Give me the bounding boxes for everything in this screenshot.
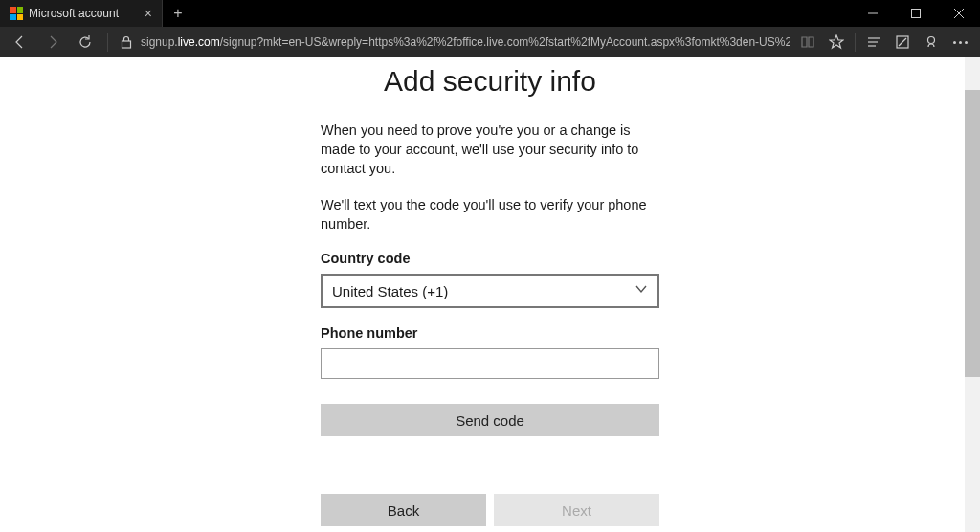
web-notes-icon[interactable] bbox=[888, 27, 917, 57]
country-code-select[interactable]: United States (+1) bbox=[321, 274, 659, 308]
more-icon[interactable] bbox=[946, 27, 974, 57]
tab-title: Microsoft account bbox=[29, 7, 139, 20]
url-domain: live.com bbox=[178, 35, 220, 49]
browser-titlebar: Microsoft account × + bbox=[0, 0, 980, 27]
url-path: /signup?mkt=en-US&wreply=https%3a%2f%2fo… bbox=[220, 35, 790, 49]
country-code-value: United States (+1) bbox=[332, 283, 448, 299]
microsoft-logo-icon bbox=[10, 7, 23, 20]
page-heading: Add security info bbox=[321, 65, 659, 98]
favorite-icon[interactable] bbox=[822, 27, 851, 57]
svg-marker-5 bbox=[830, 35, 843, 48]
browser-tab[interactable]: Microsoft account × bbox=[0, 0, 163, 27]
close-tab-icon[interactable]: × bbox=[145, 7, 152, 20]
scrollbar-thumb[interactable] bbox=[965, 90, 980, 377]
phone-number-input[interactable] bbox=[321, 348, 659, 379]
svg-rect-4 bbox=[122, 41, 131, 48]
back-page-button[interactable]: Back bbox=[321, 494, 486, 526]
window-close-button[interactable] bbox=[937, 0, 980, 27]
refresh-button[interactable] bbox=[71, 27, 100, 57]
reading-view-icon[interactable] bbox=[793, 27, 822, 57]
back-button[interactable] bbox=[6, 27, 34, 57]
address-bar[interactable]: signup.live.com/signup?mkt=en-US&wreply=… bbox=[141, 35, 790, 49]
country-code-label: Country code bbox=[321, 251, 659, 266]
next-page-button: Next bbox=[494, 494, 659, 526]
new-tab-button[interactable]: + bbox=[163, 0, 193, 27]
send-code-button[interactable]: Send code bbox=[321, 404, 659, 436]
page-viewport: Add security info When you need to prove… bbox=[0, 57, 980, 532]
phone-number-label: Phone number bbox=[321, 325, 659, 341]
url-prefix: signup. bbox=[141, 35, 178, 49]
window-minimize-button[interactable] bbox=[851, 0, 894, 27]
svg-rect-1 bbox=[911, 10, 920, 18]
svg-point-11 bbox=[928, 37, 935, 44]
lock-icon bbox=[116, 35, 137, 49]
chevron-down-icon bbox=[635, 282, 648, 299]
intro-text: When you need to prove you're you or a c… bbox=[321, 121, 659, 178]
svg-line-10 bbox=[899, 38, 906, 46]
window-maximize-button[interactable] bbox=[894, 0, 937, 27]
verify-text: We'll text you the code you'll use to ve… bbox=[321, 195, 659, 233]
hub-icon[interactable] bbox=[859, 27, 888, 57]
browser-toolbar: signup.live.com/signup?mkt=en-US&wreply=… bbox=[0, 27, 980, 57]
share-icon[interactable] bbox=[917, 27, 946, 57]
forward-button[interactable] bbox=[38, 27, 67, 57]
